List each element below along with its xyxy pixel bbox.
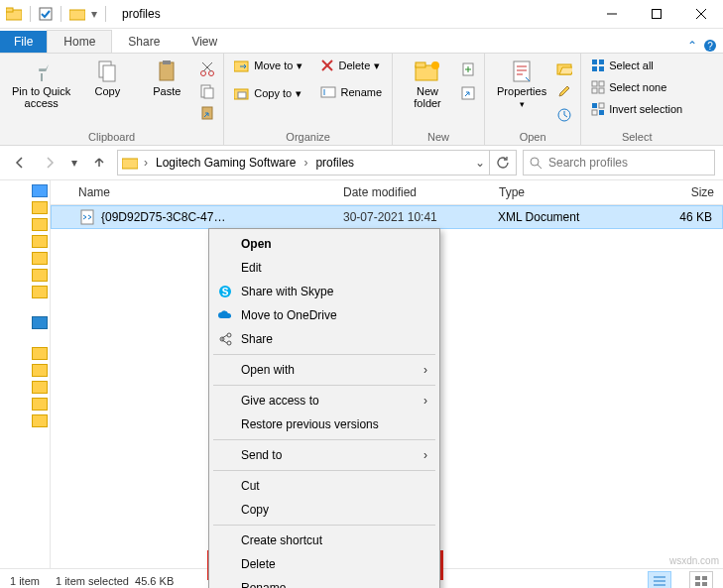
ctx-copy[interactable]: Copy — [211, 498, 437, 522]
svg-rect-56 — [695, 576, 700, 580]
ribbon-collapse-icon[interactable]: ⌃ — [687, 39, 697, 53]
ctx-send-to[interactable]: Send to› — [211, 443, 437, 467]
file-tab[interactable]: File — [0, 31, 47, 53]
col-name[interactable]: Name — [70, 185, 335, 199]
svg-line-18 — [202, 62, 211, 71]
folder-icon — [6, 7, 22, 21]
ctx-onedrive[interactable]: Move to OneDrive — [211, 303, 437, 327]
svg-rect-27 — [321, 87, 335, 97]
tab-share[interactable]: Share — [112, 31, 176, 53]
col-date[interactable]: Date modified — [335, 185, 491, 199]
search-input[interactable]: Search profiles — [523, 150, 715, 176]
search-icon — [530, 157, 542, 170]
copy-path-icon[interactable] — [199, 83, 215, 99]
svg-rect-24 — [238, 92, 246, 98]
svg-rect-5 — [652, 10, 661, 19]
breadcrumb-seg[interactable]: profiles — [313, 156, 356, 170]
svg-rect-43 — [592, 88, 597, 93]
ctx-rename[interactable]: Rename — [211, 576, 437, 588]
svg-rect-40 — [599, 66, 604, 71]
ctx-give-access[interactable]: Give access to› — [211, 389, 437, 412]
properties-button[interactable]: Properties▾ — [493, 58, 550, 111]
edit-icon[interactable] — [556, 83, 572, 99]
ctx-create-shortcut[interactable]: Create shortcut — [211, 529, 437, 552]
refresh-button[interactable] — [490, 150, 517, 176]
svg-rect-38 — [599, 59, 604, 64]
new-item-icon[interactable] — [460, 61, 476, 77]
nav-pane[interactable] — [0, 180, 51, 568]
ctx-cut[interactable]: Cut — [211, 474, 437, 498]
minimize-button[interactable] — [589, 0, 634, 28]
svg-point-15 — [201, 71, 206, 76]
select-all-button[interactable]: Select all — [589, 58, 684, 73]
select-none-button[interactable]: Select none — [589, 79, 684, 95]
ctx-delete[interactable]: Delete — [211, 552, 437, 576]
forward-button[interactable] — [38, 151, 61, 175]
invert-selection-button[interactable]: Invert selection — [589, 101, 684, 117]
ctx-open[interactable]: Open — [211, 232, 437, 256]
close-button[interactable] — [678, 0, 723, 28]
details-view-button[interactable] — [648, 571, 671, 588]
copy-to-button[interactable]: Copy to ▾ — [232, 85, 304, 101]
up-button[interactable] — [87, 151, 111, 175]
svg-rect-30 — [416, 62, 425, 67]
pin-quick-access-button[interactable]: Pin to Quick access — [8, 58, 74, 111]
history-icon[interactable] — [556, 107, 572, 123]
ctx-share[interactable]: Share — [211, 327, 437, 351]
maximize-button[interactable] — [634, 0, 678, 28]
svg-line-17 — [203, 62, 212, 71]
address-dropdown-icon[interactable]: ⌄ — [475, 156, 485, 170]
qat-folder-icon[interactable] — [69, 7, 85, 21]
recent-locations-button[interactable]: ▾ — [67, 151, 81, 175]
tab-home[interactable]: Home — [47, 30, 112, 53]
svg-rect-44 — [599, 88, 604, 93]
breadcrumb-seg[interactable]: Logitech Gaming Software — [154, 156, 298, 170]
skype-icon: S — [217, 284, 233, 299]
watermark: wsxdn.com — [669, 555, 719, 566]
ctx-edit[interactable]: Edit — [211, 256, 437, 280]
help-icon[interactable]: ? — [703, 39, 717, 53]
col-type[interactable]: Type — [491, 185, 627, 199]
status-item-count: 1 item — [10, 575, 40, 587]
qat-checkbox-icon[interactable] — [39, 7, 53, 21]
svg-rect-2 — [40, 8, 52, 20]
rename-button[interactable]: Rename — [318, 85, 384, 99]
share-icon — [217, 331, 233, 347]
copy-button[interactable]: Copy — [80, 58, 134, 99]
svg-rect-42 — [599, 81, 604, 86]
move-to-button[interactable]: Move to ▾ — [232, 58, 304, 73]
col-size[interactable]: Size — [627, 185, 723, 199]
tab-view[interactable]: View — [176, 31, 233, 53]
svg-rect-58 — [695, 582, 700, 586]
address-bar[interactable]: › Logitech Gaming Software › profiles ⌄ — [117, 150, 490, 176]
context-menu: Open Edit SShare with Skype Move to OneD… — [208, 228, 440, 588]
easy-access-icon[interactable] — [460, 85, 476, 101]
new-folder-button[interactable]: New folder — [401, 58, 454, 111]
ctx-open-with[interactable]: Open with› — [211, 358, 437, 382]
large-icons-view-button[interactable] — [689, 571, 713, 588]
qat-dropdown-icon[interactable]: ▾ — [91, 7, 97, 21]
ribbon-group-organize: Move to ▾ Copy to ▾ Delete ▾ Rename Orga… — [224, 54, 393, 145]
svg-rect-20 — [204, 88, 213, 98]
title-bar: ▾ profiles — [0, 0, 723, 29]
ctx-skype[interactable]: SShare with Skype — [211, 280, 437, 303]
paste-button[interactable]: Paste — [140, 58, 193, 99]
svg-rect-47 — [592, 110, 597, 115]
svg-rect-57 — [702, 576, 707, 580]
delete-button[interactable]: Delete ▾ — [318, 58, 384, 73]
folder-icon — [122, 156, 138, 170]
column-headers[interactable]: Name Date modified Type Size — [51, 180, 723, 205]
ribbon-group-open: Properties▾ Open — [485, 54, 581, 145]
svg-rect-45 — [592, 103, 597, 108]
ribbon-group-clipboard: Pin to Quick access Copy Paste Clipboard — [0, 54, 224, 145]
svg-rect-12 — [103, 65, 115, 81]
ctx-restore[interactable]: Restore previous versions — [211, 412, 437, 436]
ribbon-group-new: New folder New — [393, 54, 485, 145]
paste-shortcut-icon[interactable] — [199, 105, 215, 121]
svg-text:?: ? — [707, 41, 713, 52]
xml-file-icon — [79, 209, 95, 225]
cut-icon[interactable] — [199, 61, 215, 77]
open-icon[interactable] — [556, 61, 572, 75]
file-row[interactable]: {09D92D75-3C8C-47… 30-07-2021 10:41 XML … — [51, 205, 723, 229]
back-button[interactable] — [8, 151, 32, 175]
